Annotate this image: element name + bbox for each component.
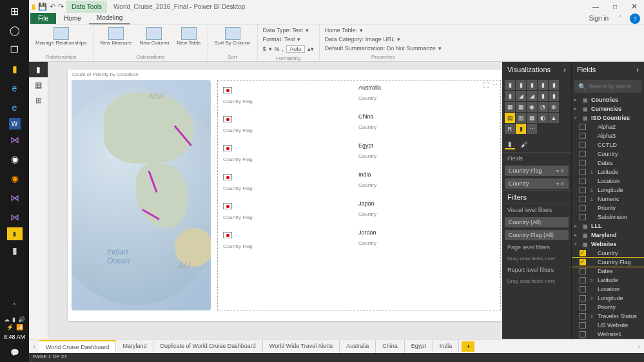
page-tab[interactable]: Australia bbox=[340, 340, 376, 353]
file-tab[interactable]: File bbox=[30, 13, 56, 24]
manage-relationships-button[interactable]: Manage Relationships bbox=[33, 26, 89, 48]
model-view-button[interactable]: ⊞ bbox=[29, 93, 48, 108]
chevron-down-icon[interactable]: ▾ bbox=[306, 27, 309, 33]
vs3-icon[interactable]: ⋈ bbox=[6, 208, 24, 226]
field-item[interactable]: Country bbox=[572, 249, 644, 258]
chevron-down-icon[interactable]: ▾ bbox=[297, 36, 300, 43]
viz-type-icon[interactable]: R bbox=[505, 124, 515, 134]
field-item[interactable]: ΣTraveler Status bbox=[572, 312, 644, 321]
field-table[interactable]: ▸▦Countries bbox=[572, 95, 644, 104]
viz-type-icon[interactable]: ▮ bbox=[527, 80, 537, 90]
field-item[interactable]: Country Flag bbox=[572, 258, 644, 267]
powerbi-icon[interactable]: ▮ bbox=[7, 227, 23, 240]
field-item[interactable]: Alpha2 bbox=[572, 122, 644, 131]
field-item[interactable]: ΣLatitude bbox=[572, 167, 644, 176]
minimize-button[interactable]: — bbox=[586, 0, 605, 13]
chrome-icon[interactable]: ◉ bbox=[6, 150, 24, 168]
list-visual[interactable]: ⛶ ⋯ Country FlagAustraliaCountryCountry … bbox=[217, 80, 501, 310]
currency-button[interactable]: $ bbox=[263, 46, 266, 52]
viz-type-icon[interactable]: ▮ bbox=[516, 124, 526, 134]
new-column-button[interactable]: New Column bbox=[137, 26, 172, 48]
page-tab[interactable]: Egypt bbox=[405, 340, 433, 353]
start-button[interactable]: ⊞ bbox=[6, 2, 24, 20]
help-icon[interactable]: ? bbox=[630, 14, 640, 24]
field-well[interactable]: Country Flag▾ ✕ bbox=[505, 166, 569, 176]
add-page-button[interactable]: + bbox=[462, 341, 474, 352]
field-item[interactable]: ΣLongitude bbox=[572, 186, 644, 195]
viz-type-icon[interactable]: ◔ bbox=[538, 102, 548, 112]
viz-type-icon[interactable]: ▥ bbox=[516, 113, 526, 123]
filter-item[interactable]: Country Flag (All) bbox=[505, 230, 569, 240]
field-item[interactable]: Priority bbox=[572, 204, 644, 213]
field-item[interactable]: Country bbox=[572, 149, 644, 158]
cortana-icon[interactable]: ◯ bbox=[6, 21, 24, 39]
explorer-icon[interactable]: ▮ bbox=[6, 60, 24, 78]
field-item[interactable]: ΣNumeric bbox=[572, 195, 644, 204]
page-tab[interactable]: China bbox=[376, 340, 405, 353]
comma-button[interactable]: , bbox=[282, 46, 284, 52]
field-item[interactable]: Dates bbox=[572, 158, 644, 167]
taskbar-clock[interactable]: 8:48 AM bbox=[4, 331, 25, 343]
datatype-label[interactable]: Data Type: Text bbox=[263, 27, 303, 33]
redo-icon[interactable]: ↷ bbox=[58, 3, 64, 11]
field-item[interactable]: US Website bbox=[572, 321, 644, 330]
page-tab[interactable]: Duplicate of World Cruise Dashboard bbox=[153, 340, 262, 353]
vs2-icon[interactable]: ⋈ bbox=[6, 189, 24, 207]
field-item[interactable]: Website1 bbox=[572, 330, 644, 339]
viz-type-icon[interactable]: ▮ bbox=[549, 91, 559, 101]
filter-item[interactable]: Country (All) bbox=[505, 217, 569, 227]
data-view-button[interactable]: ▦ bbox=[29, 77, 48, 93]
more-options-icon[interactable]: ⋯ bbox=[492, 82, 498, 88]
prev-page-button[interactable]: ‹ bbox=[29, 343, 39, 350]
viz-type-icon[interactable]: ⊕ bbox=[549, 102, 559, 112]
field-item[interactable]: Alpha3 bbox=[572, 131, 644, 140]
new-table-button[interactable]: New Table bbox=[174, 26, 203, 48]
field-item[interactable]: Dates bbox=[572, 267, 644, 276]
notification-icon[interactable]: 💬 bbox=[6, 343, 24, 361]
datacategory-label[interactable]: Data Category: Image URL bbox=[325, 36, 395, 43]
decimals-input[interactable]: Auto bbox=[286, 45, 305, 53]
collapse-ribbon-icon[interactable]: ˄ bbox=[615, 15, 626, 22]
globe-visual[interactable]: ASIA Indian Ocean AU bbox=[72, 80, 211, 310]
search-input[interactable] bbox=[589, 83, 644, 90]
page-tab[interactable]: India bbox=[433, 340, 460, 353]
undo-icon[interactable]: ↶ bbox=[50, 3, 55, 11]
viz-type-icon[interactable]: ▮ bbox=[505, 91, 515, 101]
field-table[interactable]: ▸▦LLL bbox=[572, 222, 644, 231]
viz-type-icon[interactable]: ▦ bbox=[516, 102, 526, 112]
chevron-right-icon[interactable]: › bbox=[563, 66, 566, 73]
modeling-tab[interactable]: Modeling bbox=[89, 12, 131, 24]
field-well[interactable]: Country▾ ✕ bbox=[505, 178, 569, 189]
focus-mode-icon[interactable]: ⛶ bbox=[483, 82, 489, 88]
next-page-button[interactable]: › bbox=[634, 343, 644, 350]
maximize-button[interactable]: □ bbox=[605, 0, 625, 13]
close-button[interactable]: ✕ bbox=[625, 0, 644, 13]
signin-button[interactable]: Sign in bbox=[582, 13, 615, 24]
report-canvas[interactable]: Count of Priority by Clocation ASIA Indi… bbox=[48, 62, 502, 339]
ie-icon[interactable]: e bbox=[6, 99, 24, 117]
page-tab[interactable]: World Cruise Dashboard bbox=[39, 340, 116, 353]
field-item[interactable]: ΣLatitude bbox=[572, 276, 644, 285]
report-view-button[interactable]: ▮ bbox=[29, 62, 48, 77]
hometable-label[interactable]: Home Table: bbox=[325, 27, 357, 33]
summarization-label[interactable]: Default Summarization: Do Not Summarize bbox=[325, 45, 436, 52]
field-item[interactable]: ΣLongitude bbox=[572, 294, 644, 303]
format-label[interactable]: Format: Text bbox=[263, 36, 295, 43]
format-tab-icon[interactable]: 🖌 bbox=[519, 139, 529, 149]
field-table[interactable]: ▸▦Maryland bbox=[572, 231, 644, 240]
drop-target[interactable]: Drag data fields here bbox=[502, 253, 571, 264]
viz-type-icon[interactable]: ◢ bbox=[527, 91, 537, 101]
save-icon[interactable]: 💾 bbox=[38, 3, 47, 11]
page-tab[interactable]: World Wide Travel Alerts bbox=[263, 340, 340, 353]
viz-type-icon[interactable]: ▮ bbox=[516, 80, 526, 90]
viz-type-icon[interactable]: ▮ bbox=[538, 80, 548, 90]
viz-type-icon[interactable]: ⋯ bbox=[527, 124, 537, 134]
viz-type-icon[interactable]: ▮ bbox=[538, 91, 548, 101]
home-tab[interactable]: Home bbox=[56, 13, 89, 24]
app-icon[interactable]: ▮ bbox=[6, 242, 24, 260]
taskview-icon[interactable]: ❐ bbox=[6, 41, 24, 59]
field-item[interactable]: Priority bbox=[572, 303, 644, 312]
viz-type-icon[interactable]: ▦ bbox=[505, 102, 515, 112]
viz-type-icon[interactable]: ◐ bbox=[538, 113, 548, 123]
field-item[interactable]: Location bbox=[572, 285, 644, 294]
